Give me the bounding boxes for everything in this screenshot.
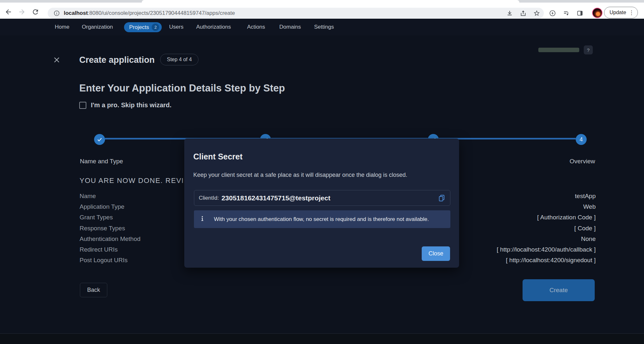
nav-item-authorizations[interactable]: Authorizations — [196, 19, 231, 35]
review-label: Application Type — [80, 201, 140, 212]
extension-media-icon[interactable] — [563, 10, 570, 17]
url-host: localhost — [64, 10, 88, 16]
client-id-label: ClientId: — [199, 195, 219, 201]
step-check-icon — [94, 134, 105, 145]
url-bar[interactable]: localhost:8080/ui/console/projects/23051… — [48, 8, 544, 19]
create-button[interactable]: Create — [523, 279, 595, 301]
info-banner: With your chosen authentication flow, no… — [194, 210, 450, 228]
step-4-number: 4 — [580, 136, 583, 143]
step-4-circle[interactable]: 4 — [576, 134, 587, 145]
review-value: [ http://localhost:4200/auth/callback ] — [497, 244, 596, 255]
review-values: testApp Web [ Authorization Code ] [ Cod… — [497, 191, 596, 265]
wizard-heading: Enter Your Application Details Step by S… — [79, 82, 285, 94]
sidebar-toggle-icon[interactable] — [576, 10, 583, 17]
review-label: Name — [80, 191, 140, 201]
step-1-circle[interactable] — [94, 134, 105, 145]
copy-icon[interactable] — [438, 194, 446, 202]
dialog-close-button[interactable]: Close — [422, 246, 450, 261]
forward-icon[interactable] — [18, 8, 26, 16]
review-label: Redirect URIs — [80, 244, 140, 255]
browser-toolbar: localhost:8080/ui/console/projects/23051… — [0, 3, 644, 19]
info-icon — [199, 215, 206, 223]
review-value: testApp — [497, 191, 596, 201]
step-4-label: Overview — [570, 158, 595, 165]
close-wizard-icon[interactable] — [52, 55, 61, 64]
avatar[interactable] — [592, 8, 602, 18]
more-menu-icon[interactable]: ⋮ — [629, 9, 634, 16]
step-1-label: Name and Type — [80, 158, 123, 165]
org-loading-skeleton — [538, 48, 579, 52]
review-labels: Name Application Type Grant Types Respon… — [80, 191, 140, 265]
review-label: Authentication Method — [80, 234, 140, 244]
skip-wizard-label: I'm a pro. Skip this wizard. — [91, 101, 171, 109]
nav-item-domains[interactable]: Domains — [279, 19, 301, 35]
extension-leaf-icon[interactable] — [549, 10, 556, 17]
review-title: YOU ARE NOW DONE. REVIEW — [80, 177, 196, 185]
step-connector — [439, 138, 576, 139]
review-label: Response Types — [80, 223, 140, 234]
nav-item-projects-label: Projects — [129, 24, 149, 31]
update-label: Update — [610, 10, 626, 15]
skip-wizard-row[interactable]: I'm a pro. Skip this wizard. — [79, 101, 171, 109]
review-value: None — [497, 234, 596, 244]
url-text[interactable]: localhost:8080/ui/console/projects/23051… — [64, 10, 235, 16]
review-value: [ Code ] — [497, 223, 596, 234]
update-button[interactable]: Update ⋮ — [604, 7, 638, 18]
download-icon[interactable] — [506, 10, 513, 17]
browser-tabstrip — [0, 0, 644, 3]
review-label: Grant Types — [80, 212, 140, 223]
review-value: [ Authorization Code ] — [497, 212, 596, 223]
back-button[interactable]: Back — [80, 283, 107, 297]
client-secret-dialog: Client Secret Keep your client secret at… — [184, 139, 459, 268]
info-banner-text: With your chosen authentication flow, no… — [214, 216, 429, 223]
client-id-value: 230518162431475715@testproject — [221, 194, 330, 202]
app-nav: Home Organization Projects 2 Users Autho… — [0, 19, 644, 35]
client-id-field[interactable]: ClientId: 230518162431475715@testproject — [194, 190, 450, 206]
dialog-description: Keep your client secret at a safe place … — [193, 172, 407, 178]
site-info-icon[interactable] — [53, 10, 60, 16]
review-value: [ http://localhost:4200/signedout ] — [497, 255, 596, 265]
url-path: :8080/ui/console/projects/23051790444815… — [88, 10, 235, 16]
step-chip: Step 4 of 4 — [160, 54, 198, 65]
nav-item-organization[interactable]: Organization — [82, 19, 113, 35]
share-icon[interactable] — [520, 10, 527, 17]
dialog-title: Client Secret — [193, 152, 243, 161]
nav-item-projects[interactable]: Projects 2 — [124, 22, 162, 32]
back-icon[interactable] — [5, 8, 12, 16]
nav-item-actions[interactable]: Actions — [247, 19, 265, 35]
nav-item-settings[interactable]: Settings — [314, 19, 334, 35]
bookmark-star-icon[interactable] — [533, 10, 540, 17]
reload-icon[interactable] — [32, 8, 39, 16]
nav-item-home[interactable]: Home — [55, 19, 69, 35]
skip-wizard-checkbox[interactable] — [79, 102, 86, 109]
page-title: Create application — [79, 55, 155, 65]
active-tab[interactable] — [142, 0, 519, 3]
review-label: Post Logout URIs — [80, 255, 140, 265]
review-value: Web — [497, 201, 596, 212]
projects-count-badge: 2 — [152, 24, 159, 31]
nav-item-users[interactable]: Users — [169, 19, 183, 35]
footer-bar — [0, 333, 644, 344]
help-button[interactable]: ? — [584, 45, 593, 54]
